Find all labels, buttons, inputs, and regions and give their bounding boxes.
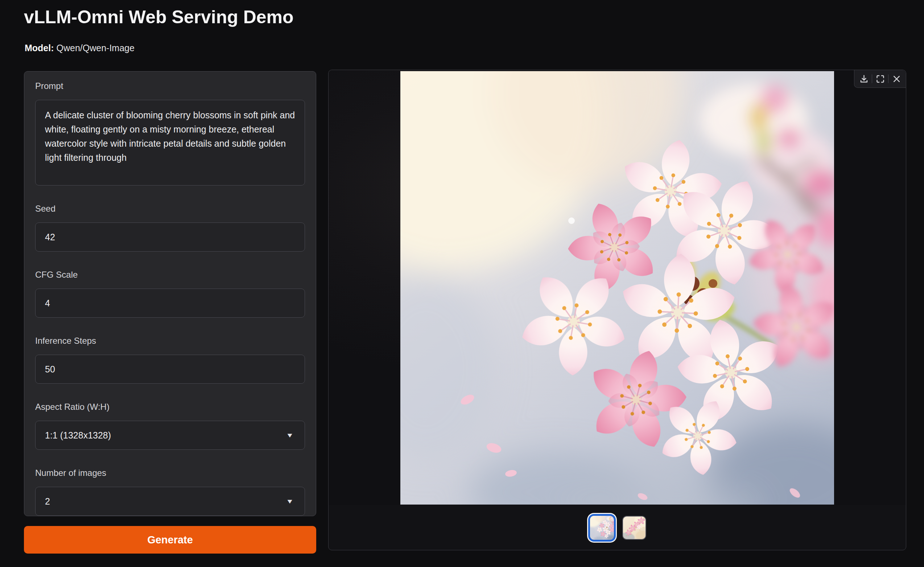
num-images-label: Number of images: [35, 468, 305, 478]
app-page: vLLM-Omni Web Serving Demo Model: Qwen/Q…: [0, 0, 924, 567]
gallery-thumbnail-1-selected[interactable]: [588, 514, 616, 541]
aspect-ratio-field-group: Aspect Ratio (W:H) 1:1 (1328x1328) ▼: [35, 402, 305, 450]
num-images-dropdown[interactable]: 2 ▼: [35, 487, 305, 516]
prompt-input[interactable]: A delicate cluster of blooming cherry bl…: [35, 100, 305, 185]
model-value: Qwen/Qwen-Image: [57, 43, 135, 53]
model-line: Model: Qwen/Qwen-Image: [25, 43, 135, 53]
aspect-ratio-value: 1:1 (1328x1328): [45, 430, 111, 441]
chevron-down-icon: ▼: [286, 498, 294, 505]
page-title: vLLM-Omni Web Serving Demo: [24, 6, 294, 28]
chevron-down-icon: ▼: [286, 432, 294, 439]
inference-steps-input[interactable]: [35, 355, 305, 384]
fullscreen-button[interactable]: [872, 71, 888, 87]
aspect-ratio-label: Aspect Ratio (W:H): [35, 402, 305, 412]
model-label: Model:: [25, 43, 54, 53]
prompt-field-group: Prompt A delicate cluster of blooming ch…: [35, 81, 305, 185]
cfg-scale-input[interactable]: [35, 289, 305, 317]
generate-button[interactable]: Generate: [24, 526, 316, 553]
close-button[interactable]: [888, 71, 904, 87]
num-images-value: 2: [45, 496, 50, 507]
prompt-label: Prompt: [35, 81, 305, 91]
close-icon: [892, 74, 902, 84]
cfg-scale-field-group: CFG Scale: [35, 270, 305, 317]
gallery-thumbnail-2[interactable]: [622, 516, 646, 540]
download-icon: [859, 74, 869, 84]
parameters-card: Prompt A delicate cluster of blooming ch…: [24, 71, 316, 516]
seed-field-group: Seed: [35, 204, 305, 251]
thumbnail-image-1: [590, 516, 614, 540]
image-viewer-panel: [328, 70, 906, 550]
gallery-thumbnail-row: [328, 505, 906, 550]
inference-steps-field-group: Inference Steps: [35, 336, 305, 384]
seed-input[interactable]: [35, 223, 305, 251]
num-images-field-group: Number of images 2 ▼: [35, 468, 305, 516]
thumbnail-image-2: [623, 517, 645, 539]
seed-label: Seed: [35, 204, 305, 214]
image-stage: [328, 70, 906, 505]
image-toolbar: [854, 70, 906, 88]
fullscreen-icon: [875, 74, 885, 84]
download-button[interactable]: [856, 71, 872, 87]
aspect-ratio-dropdown[interactable]: 1:1 (1328x1328) ▼: [35, 421, 305, 450]
cfg-scale-label: CFG Scale: [35, 270, 305, 280]
generated-image[interactable]: [400, 71, 834, 505]
inference-steps-label: Inference Steps: [35, 336, 305, 346]
